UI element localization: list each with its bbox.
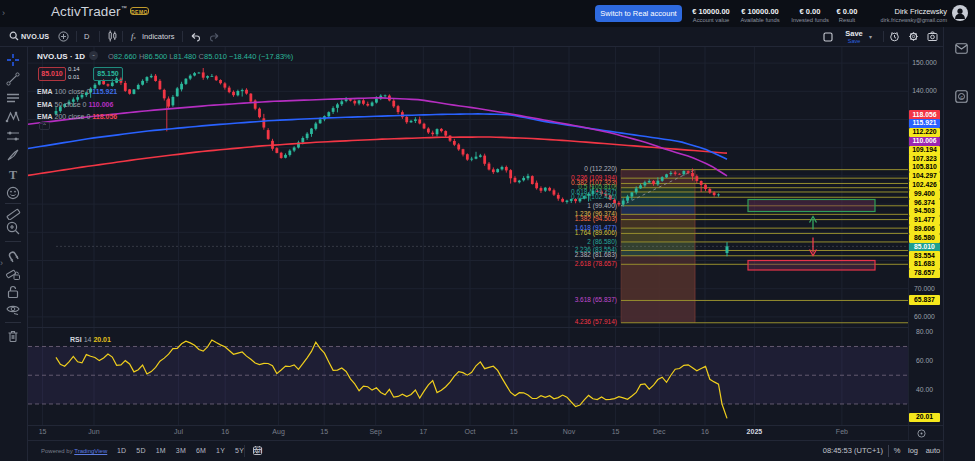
svg-text:0.764 (102.426): 0.764 (102.426) (571, 193, 617, 201)
svg-text:4.236 (57.914): 4.236 (57.914) (575, 318, 617, 326)
svg-text:0 (112.220): 0 (112.220) (584, 165, 617, 173)
svg-text:2.618 (78.657): 2.618 (78.657) (575, 260, 617, 268)
svg-text:2 (86.580): 2 (86.580) (587, 238, 617, 246)
svg-text:c: c (960, 94, 963, 100)
svg-text:T: T (9, 168, 17, 182)
svg-text:1.764 (89.606): 1.764 (89.606) (575, 229, 617, 237)
svg-text:1 (99.400): 1 (99.400) (587, 202, 617, 210)
svg-text:1.382 (94.503): 1.382 (94.503) (575, 215, 617, 223)
svg-text:3.618 (65.837): 3.618 (65.837) (575, 296, 617, 304)
svg-text:2.382 (81.683): 2.382 (81.683) (575, 251, 617, 259)
